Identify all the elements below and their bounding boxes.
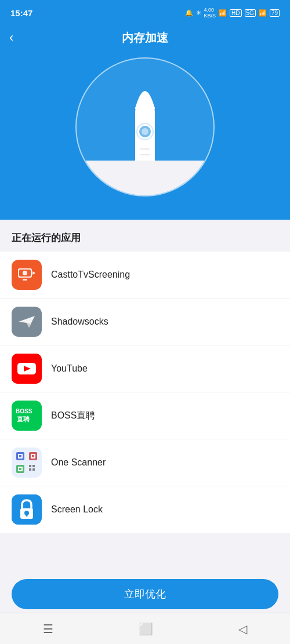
app-icon-youtube (12, 354, 42, 384)
svg-rect-43 (26, 513, 28, 516)
5g-badge: 5G (245, 9, 256, 17)
app-name-screenlock: Screen Lock (51, 504, 103, 515)
app-name-boss: BOSS直聘 (51, 410, 95, 422)
battery-icon: 79 (270, 9, 280, 17)
svg-rect-26 (12, 447, 42, 478)
svg-rect-39 (32, 468, 35, 471)
circle-container (75, 57, 215, 197)
wifi-icon: 📶 (219, 9, 227, 17)
header: ‹ 内存加速 (0, 26, 290, 46)
status-time: 15:47 (10, 8, 32, 18)
app-item-screenlock[interactable]: Screen Lock (0, 486, 290, 533)
app-name-shadowsocks: Shadowsocks (51, 316, 108, 327)
svg-point-11 (142, 128, 148, 135)
nav-menu-icon[interactable]: ☰ (43, 622, 53, 636)
svg-rect-37 (32, 465, 35, 467)
svg-rect-36 (29, 465, 31, 467)
svg-rect-38 (29, 468, 31, 471)
hd-badge: HD (230, 9, 241, 17)
bottom-nav: ☰ ⬜ ◁ (0, 613, 290, 644)
page-title: 内存加速 (0, 30, 290, 46)
app-icon-shadowsocks (12, 307, 42, 337)
app-icon-boss: BOSS 直聘 (12, 401, 42, 431)
app-icon-screenlock (12, 494, 42, 525)
status-icons: 🔔 ✳ 4.00KB/S 📶 HD 5G 📶 79 (185, 7, 280, 19)
nav-home-icon[interactable]: ⬜ (139, 622, 153, 636)
optimize-button[interactable]: 立即优化 (12, 579, 278, 609)
notification-icon: 🔔 (185, 9, 193, 17)
app-item-youtube[interactable]: YouTube (0, 345, 290, 392)
svg-rect-34 (32, 455, 34, 457)
circle-blend (77, 161, 213, 195)
back-button[interactable]: ‹ (9, 30, 13, 45)
nav-back-icon[interactable]: ◁ (238, 622, 247, 636)
app-icon-scanner (12, 447, 42, 478)
bluetooth-icon: ✳ (196, 9, 201, 17)
app-list: CasttoTvScreening Shadowsocks YouTube (0, 252, 290, 533)
svg-marker-18 (19, 316, 35, 328)
app-item-scanner[interactable]: One Scanner (0, 439, 290, 486)
svg-rect-35 (19, 468, 21, 470)
app-item-shadowsocks[interactable]: Shadowsocks (0, 299, 290, 345)
app-item-boss[interactable]: BOSS 直聘 BOSS直聘 (0, 392, 290, 439)
hero-section (0, 46, 290, 220)
svg-text:直聘: 直聘 (17, 416, 30, 423)
app-item-castto[interactable]: CasttoTvScreening (0, 252, 290, 299)
svg-rect-17 (23, 279, 27, 281)
speed-indicator: 4.00KB/S (204, 7, 216, 19)
section-title: 正在运行的应用 (0, 220, 290, 252)
svg-point-16 (23, 271, 27, 275)
app-icon-castto (12, 260, 42, 290)
svg-rect-33 (19, 455, 21, 457)
app-name-castto: CasttoTvScreening (51, 270, 130, 280)
signal-icon: 📶 (259, 9, 267, 17)
app-name-scanner: One Scanner (51, 457, 106, 468)
status-bar: 15:47 🔔 ✳ 4.00KB/S 📶 HD 5G 📶 79 (0, 0, 290, 26)
app-name-youtube: YouTube (51, 363, 88, 374)
svg-text:BOSS: BOSS (16, 408, 32, 414)
